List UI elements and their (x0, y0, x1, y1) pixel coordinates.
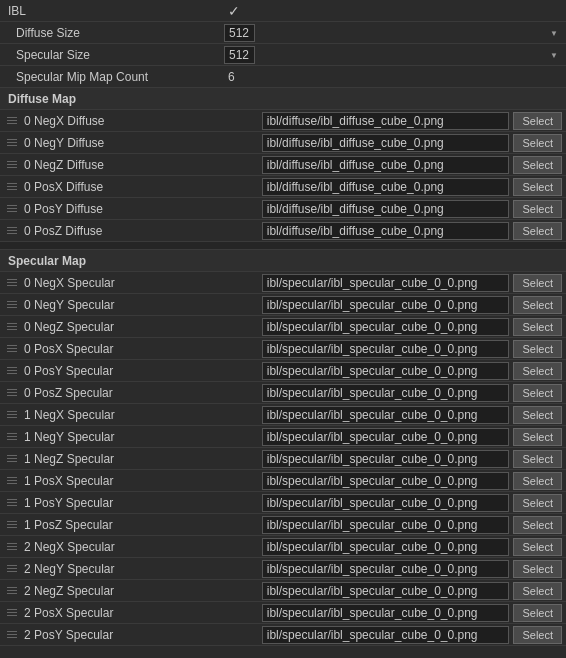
diffuse-select-button[interactable]: Select (513, 156, 562, 174)
specular-item-row: 0 NegY Specular Select (0, 294, 566, 316)
specular-item-path[interactable] (262, 560, 510, 578)
drag-handle (4, 161, 20, 168)
drag-handle (4, 367, 20, 374)
specular-item-row: 0 NegZ Specular Select (0, 316, 566, 338)
specular-item-path[interactable] (262, 296, 510, 314)
drag-handle (4, 455, 20, 462)
specular-select-button[interactable]: Select (513, 340, 562, 358)
specular-select-button[interactable]: Select (513, 318, 562, 336)
specular-item-label: 1 PosY Specular (24, 496, 262, 510)
specular-item-row: 1 PosX Specular Select (0, 470, 566, 492)
specular-select-button[interactable]: Select (513, 406, 562, 424)
specular-item-path[interactable] (262, 472, 510, 490)
drag-handle (4, 323, 20, 330)
specular-size-select[interactable]: 512 (224, 46, 255, 64)
diffuse-item-row: 0 PosY Diffuse Select (0, 198, 566, 220)
specular-item-path[interactable] (262, 318, 510, 336)
drag-handle (4, 499, 20, 506)
specular-select-button[interactable]: Select (513, 362, 562, 380)
diffuse-item-path[interactable] (262, 178, 510, 196)
diffuse-size-select[interactable]: 512 (224, 24, 255, 42)
diffuse-select-button[interactable]: Select (513, 178, 562, 196)
specular-item-path[interactable] (262, 538, 510, 556)
diffuse-size-row: Diffuse Size 512 (0, 22, 566, 44)
specular-item-label: 0 PosX Specular (24, 342, 262, 356)
specular-item-row: 0 PosX Specular Select (0, 338, 566, 360)
drag-handle (4, 279, 20, 286)
specular-item-path[interactable] (262, 604, 510, 622)
specular-select-button[interactable]: Select (513, 582, 562, 600)
drag-handle (4, 183, 20, 190)
diffuse-item-path[interactable] (262, 222, 510, 240)
specular-item-label: 2 NegZ Specular (24, 584, 262, 598)
specular-item-row: 1 NegZ Specular Select (0, 448, 566, 470)
specular-item-label: 2 PosX Specular (24, 606, 262, 620)
diffuse-items-list: 0 NegX Diffuse Select 0 NegY Diffuse Sel… (0, 110, 566, 242)
diffuse-map-section: Diffuse Map (0, 88, 566, 110)
drag-handle (4, 521, 20, 528)
specular-map-section: Specular Map (0, 250, 566, 272)
diffuse-size-dropdown-wrapper: 512 (224, 24, 562, 42)
specular-item-row: 2 NegZ Specular Select (0, 580, 566, 602)
specular-item-label: 1 NegY Specular (24, 430, 262, 444)
drag-handle (4, 205, 20, 212)
diffuse-select-button[interactable]: Select (513, 200, 562, 218)
diffuse-select-button[interactable]: Select (513, 112, 562, 130)
diffuse-size-label: Diffuse Size (4, 26, 224, 40)
specular-item-path[interactable] (262, 516, 510, 534)
diffuse-item-path[interactable] (262, 200, 510, 218)
specular-select-button[interactable]: Select (513, 538, 562, 556)
specular-item-label: 0 NegZ Specular (24, 320, 262, 334)
specular-item-row: 1 NegX Specular Select (0, 404, 566, 426)
drag-handle (4, 301, 20, 308)
specular-select-button[interactable]: Select (513, 494, 562, 512)
specular-mip-value: 6 (224, 70, 562, 84)
specular-select-button[interactable]: Select (513, 384, 562, 402)
specular-select-button[interactable]: Select (513, 604, 562, 622)
specular-item-path[interactable] (262, 406, 510, 424)
diffuse-item-path[interactable] (262, 156, 510, 174)
diffuse-item-row: 0 NegY Diffuse Select (0, 132, 566, 154)
specular-items-list: 0 NegX Specular Select 0 NegY Specular S… (0, 272, 566, 646)
specular-item-path[interactable] (262, 428, 510, 446)
diffuse-map-label: Diffuse Map (8, 92, 76, 106)
specular-item-path[interactable] (262, 362, 510, 380)
specular-item-path[interactable] (262, 626, 510, 644)
drag-handle (4, 587, 20, 594)
ibl-panel: IBL ✓ Diffuse Size 512 Specular Size 512… (0, 0, 566, 646)
drag-handle (4, 433, 20, 440)
specular-item-path[interactable] (262, 274, 510, 292)
specular-item-path[interactable] (262, 450, 510, 468)
drag-handle (4, 227, 20, 234)
specular-mip-label: Specular Mip Map Count (4, 70, 224, 84)
diffuse-item-row: 0 PosZ Diffuse Select (0, 220, 566, 242)
diffuse-item-label: 0 PosZ Diffuse (24, 224, 262, 238)
specular-select-button[interactable]: Select (513, 516, 562, 534)
specular-select-button[interactable]: Select (513, 296, 562, 314)
specular-item-path[interactable] (262, 340, 510, 358)
specular-item-path[interactable] (262, 494, 510, 512)
diffuse-select-button[interactable]: Select (513, 222, 562, 240)
specular-item-label: 2 NegX Specular (24, 540, 262, 554)
ibl-checkmark: ✓ (228, 3, 240, 19)
specular-item-row: 1 NegY Specular Select (0, 426, 566, 448)
diffuse-select-button[interactable]: Select (513, 134, 562, 152)
specular-item-row: 2 PosX Specular Select (0, 602, 566, 624)
specular-item-path[interactable] (262, 582, 510, 600)
diffuse-item-label: 0 NegY Diffuse (24, 136, 262, 150)
specular-item-path[interactable] (262, 384, 510, 402)
specular-select-button[interactable]: Select (513, 428, 562, 446)
diffuse-item-path[interactable] (262, 112, 510, 130)
specular-select-button[interactable]: Select (513, 472, 562, 490)
specular-select-button[interactable]: Select (513, 274, 562, 292)
specular-item-label: 1 NegZ Specular (24, 452, 262, 466)
specular-item-row: 1 PosY Specular Select (0, 492, 566, 514)
specular-map-label: Specular Map (8, 254, 86, 268)
specular-select-button[interactable]: Select (513, 626, 562, 644)
specular-item-label: 2 PosY Specular (24, 628, 262, 642)
specular-select-button[interactable]: Select (513, 560, 562, 578)
specular-size-dropdown-wrapper: 512 (224, 46, 562, 64)
diffuse-item-path[interactable] (262, 134, 510, 152)
diffuse-item-label: 0 PosX Diffuse (24, 180, 262, 194)
specular-select-button[interactable]: Select (513, 450, 562, 468)
